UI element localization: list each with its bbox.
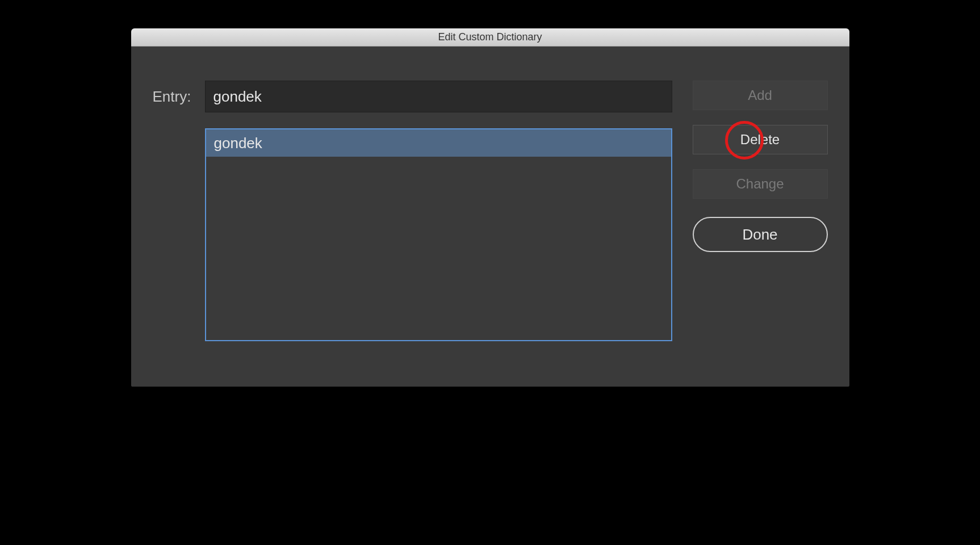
window-title: Edit Custom Dictionary [438,31,542,43]
left-column: Entry: gondek [153,81,672,341]
dictionary-listbox[interactable]: gondek [205,128,672,341]
dialog-window: Edit Custom Dictionary Entry: gondek Add… [131,28,849,387]
titlebar: Edit Custom Dictionary [131,28,849,47]
entry-row: Entry: [153,81,672,112]
dialog-content: Entry: gondek Add Delete Change Done [131,47,849,387]
entry-label: Entry: [153,88,196,106]
list-item[interactable]: gondek [206,129,671,157]
change-button[interactable]: Change [693,169,828,199]
right-column: Add Delete Change Done [693,81,828,341]
add-button[interactable]: Add [693,81,828,110]
delete-button[interactable]: Delete [693,125,828,154]
delete-button-label: Delete [740,132,780,148]
entry-input[interactable] [205,81,672,112]
done-button[interactable]: Done [693,217,828,252]
